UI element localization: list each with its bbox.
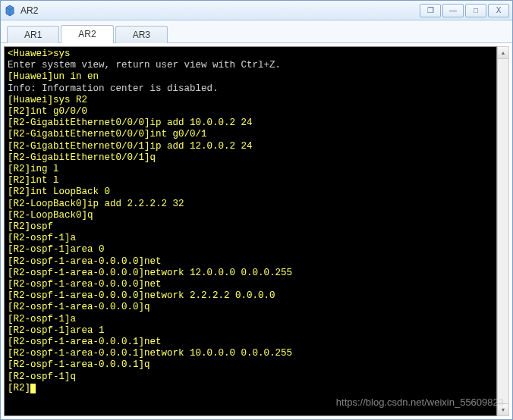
terminal-output[interactable]: <Huawei>sys Enter system view, return us… [4, 46, 497, 416]
tab-ar3[interactable]: AR3 [115, 26, 168, 43]
tab-ar1[interactable]: AR1 [7, 26, 59, 43]
maximize-button[interactable]: □ [465, 4, 486, 17]
minimize-button[interactable]: — [442, 4, 464, 17]
titlebar: AR2 ❐ — □ X [1, 1, 512, 20]
popout-button[interactable]: ❐ [420, 4, 441, 17]
scroll-down-button[interactable]: ▾ [498, 403, 508, 415]
app-window: AR2 ❐ — □ X AR1 AR2 AR3 <Huawei>sys Ente… [0, 0, 513, 420]
app-icon [4, 5, 16, 17]
close-button[interactable]: X [488, 4, 509, 17]
scrollbar[interactable]: ▴ ▾ [497, 46, 509, 416]
window-controls: ❐ — □ X [420, 4, 509, 17]
terminal-wrapper: <Huawei>sys Enter system view, return us… [1, 43, 512, 419]
scroll-up-button[interactable]: ▴ [498, 47, 508, 59]
scroll-track[interactable] [498, 59, 508, 403]
tab-bar: AR1 AR2 AR3 [1, 20, 512, 43]
window-title: AR2 [20, 5, 420, 16]
tab-ar2[interactable]: AR2 [61, 25, 113, 43]
